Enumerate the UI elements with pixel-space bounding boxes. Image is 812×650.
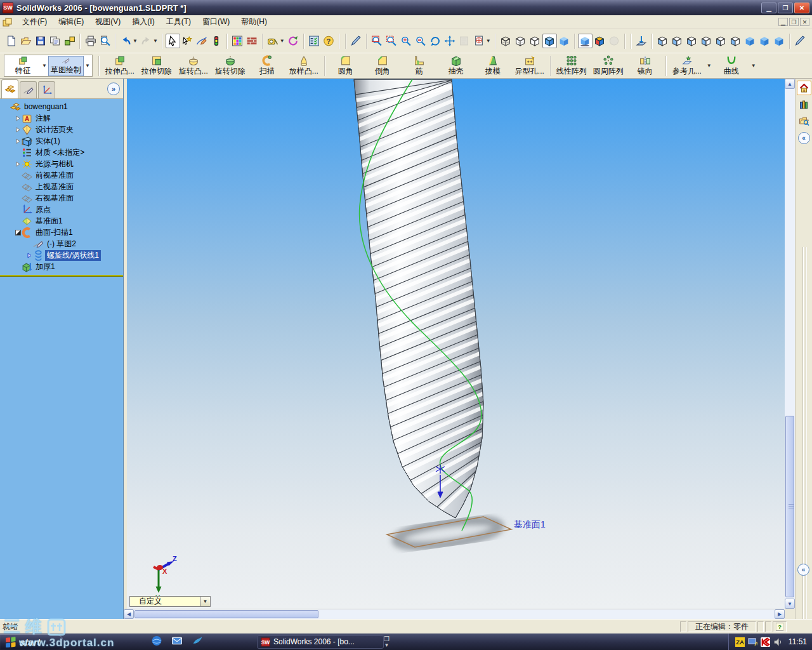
- tree-item-7[interactable]: 上视基准面: [0, 181, 123, 192]
- select-pen-icon[interactable]: [349, 34, 363, 48]
- chevron-down-icon[interactable]: ▼: [200, 597, 210, 606]
- edit-texture-icon[interactable]: [245, 34, 259, 48]
- file-explorer-icon[interactable]: [797, 114, 811, 128]
- clock[interactable]: 11:51: [789, 637, 807, 646]
- feature-button-fillet[interactable]: 圆角: [327, 53, 364, 78]
- zoom-to-fit-icon[interactable]: [370, 34, 384, 48]
- feature-button-curve[interactable]: 曲线: [713, 53, 750, 78]
- kaspersky-tray-icon[interactable]: [761, 637, 770, 647]
- rebuild-icon[interactable]: [209, 34, 224, 48]
- isometric-view-icon[interactable]: [743, 34, 757, 48]
- doc-restore-button[interactable]: ❐: [789, 18, 799, 26]
- right-view-icon[interactable]: [699, 34, 714, 48]
- tree-item-3[interactable]: 实体(1): [0, 135, 123, 147]
- tree-item-12[interactable]: (-) 草图2: [0, 238, 123, 249]
- feature-button-linpattern[interactable]: 线性阵列: [553, 53, 590, 78]
- configurationmanager-tab[interactable]: [38, 81, 55, 98]
- chevron-down-icon[interactable]: ▼: [42, 63, 47, 69]
- graphics-area[interactable]: Y Z X 基准面1 自定义 ▼: [127, 79, 785, 609]
- tabs-overflow-icon[interactable]: »: [107, 83, 120, 95]
- tree-item-4[interactable]: 材质 <未指定>: [0, 147, 123, 158]
- section-view-icon[interactable]: [593, 34, 607, 48]
- chevron-down-icon[interactable]: ▼: [133, 38, 138, 44]
- menu-item-5[interactable]: 窗口(W): [197, 15, 235, 29]
- view-orientation-combo[interactable]: 自定义 ▼: [129, 596, 211, 607]
- expand-arrow-icon[interactable]: [14, 116, 22, 121]
- tree-item-0[interactable]: bowenguan1: [0, 101, 123, 112]
- expand-arrow-icon[interactable]: [14, 127, 22, 133]
- back-view-icon[interactable]: [670, 34, 684, 48]
- menu-item-1[interactable]: 编辑(E): [53, 15, 89, 29]
- zoom-to-area-icon[interactable]: [384, 34, 399, 48]
- select-icon[interactable]: [166, 34, 180, 48]
- display-tray-icon[interactable]: A: [748, 637, 757, 647]
- close-button[interactable]: ✕: [794, 3, 809, 13]
- task-pane-collapse-icon[interactable]: «: [798, 132, 810, 144]
- hidden-lines-removed-icon[interactable]: [528, 34, 542, 48]
- horizontal-scroll-thumb[interactable]: [134, 610, 318, 618]
- taskbar-window-button[interactable]: SW SolidWorks 2006 - [bo...: [257, 635, 384, 649]
- vertical-scrollbar[interactable]: ▲ ▼: [785, 79, 795, 609]
- task-pane-expand-icon[interactable]: «: [797, 564, 809, 576]
- normal-to-icon[interactable]: [634, 34, 649, 48]
- quick-launch-media-icon[interactable]: [192, 635, 203, 649]
- make-drawing-from-part-icon[interactable]: [48, 34, 62, 48]
- view-orientation-icon[interactable]: [472, 34, 487, 48]
- options-icon[interactable]: [307, 34, 322, 48]
- left-view-icon[interactable]: [684, 34, 699, 48]
- command-tab-0[interactable]: 特征: [5, 56, 41, 76]
- tree-item-10[interactable]: 基准面1: [0, 215, 123, 227]
- menu-item-2[interactable]: 视图(V): [89, 15, 126, 29]
- doc-close-button[interactable]: ✕: [800, 18, 809, 26]
- scroll-left-button[interactable]: ◀: [124, 609, 134, 619]
- start-button[interactable]: start: [0, 634, 63, 649]
- command-tab-1[interactable]: 草图绘制: [48, 56, 84, 76]
- tree-item-1[interactable]: A注解: [0, 112, 123, 124]
- scroll-right-button[interactable]: ▶: [775, 609, 785, 619]
- rollback-bar[interactable]: [0, 275, 123, 277]
- selection-filter-icon[interactable]: [180, 34, 195, 48]
- print-preview-icon[interactable]: [98, 34, 112, 48]
- wireframe-icon[interactable]: [499, 34, 513, 48]
- bottom-view-icon[interactable]: [728, 34, 743, 48]
- helical-tube-model[interactable]: [351, 79, 487, 518]
- model-canvas[interactable]: Y Z X: [127, 79, 785, 609]
- featuremanager-design-tree-tab[interactable]: [1, 79, 18, 98]
- chevron-down-icon[interactable]: ▼: [153, 38, 158, 44]
- tree-item-11[interactable]: 曲面-扫描1: [0, 227, 123, 238]
- doc-minimize-button[interactable]: ▁: [778, 18, 788, 26]
- feature-button-loft[interactable]: 放样凸...: [285, 53, 322, 78]
- zoom-to-selection-icon[interactable]: [414, 34, 428, 48]
- tree-item-13[interactable]: 螺旋线/涡状线1: [0, 249, 123, 261]
- sketch-toggle-icon[interactable]: [195, 34, 209, 48]
- tree-item-8[interactable]: 右视基准面: [0, 192, 123, 204]
- quick-launch-browser-icon[interactable]: [151, 635, 162, 649]
- feature-button-cut[interactable]: 拉伸切除: [138, 53, 175, 78]
- edit-color-icon[interactable]: [230, 34, 245, 48]
- print-icon[interactable]: [83, 34, 98, 48]
- feature-button-revolve[interactable]: 旋转凸...: [175, 53, 212, 78]
- feature-button-holewiz[interactable]: 异型孔...: [511, 53, 548, 78]
- dimetric-view-icon[interactable]: [772, 34, 787, 48]
- quick-tips-help-icon[interactable]: ?: [773, 621, 787, 632]
- feature-button-rib[interactable]: 筋: [401, 53, 438, 78]
- expand-arrow-icon[interactable]: [14, 161, 22, 167]
- undo-icon[interactable]: [119, 34, 133, 48]
- feature-button-mirror[interactable]: 镜向: [627, 53, 664, 78]
- chevron-down-icon[interactable]: ▼: [486, 38, 491, 44]
- mass-properties-icon[interactable]: [286, 34, 301, 48]
- scroll-down-button[interactable]: ▼: [785, 599, 795, 609]
- open-document-icon[interactable]: [18, 34, 33, 48]
- feature-button-draft[interactable]: 拔模: [475, 53, 511, 78]
- make-assembly-from-part-icon[interactable]: [62, 34, 77, 48]
- save-icon[interactable]: [33, 34, 48, 48]
- expand-arrow-icon[interactable]: [14, 230, 22, 235]
- horizontal-scrollbar[interactable]: ◀ ▶: [124, 609, 785, 619]
- solidworks-resources-icon[interactable]: [797, 81, 811, 95]
- language-bar-icon[interactable]: ❐▼: [384, 635, 390, 648]
- feature-button-chamfer[interactable]: 倒角: [364, 53, 401, 78]
- tree-item-5[interactable]: 光源与相机: [0, 158, 123, 169]
- feature-button-shell[interactable]: 抽壳: [438, 53, 475, 78]
- help-icon[interactable]: ?: [322, 34, 336, 48]
- zonealarm-tray-icon[interactable]: ZA: [735, 637, 745, 647]
